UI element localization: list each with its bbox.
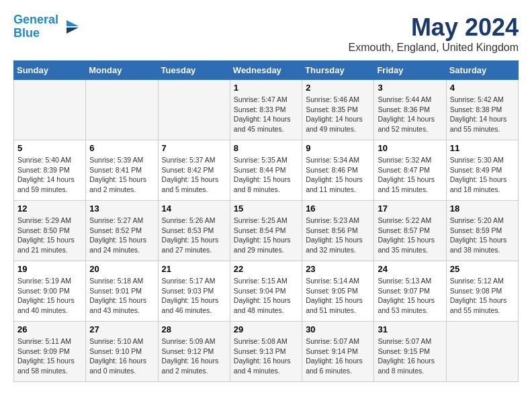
table-row: 6Sunrise: 5:39 AMSunset: 8:41 PMDaylight… bbox=[86, 140, 158, 201]
table-row: 21Sunrise: 5:17 AMSunset: 9:03 PMDayligh… bbox=[158, 261, 230, 322]
header-saturday: Saturday bbox=[446, 61, 518, 80]
table-row: 10Sunrise: 5:32 AMSunset: 8:47 PMDayligh… bbox=[374, 140, 446, 201]
table-row: 24Sunrise: 5:13 AMSunset: 9:07 PMDayligh… bbox=[374, 261, 446, 322]
day-number: 6 bbox=[89, 143, 154, 153]
day-number: 29 bbox=[234, 324, 298, 334]
day-number: 5 bbox=[17, 143, 82, 153]
day-info: Sunrise: 5:18 AMSunset: 9:01 PMDaylight:… bbox=[89, 276, 154, 316]
calendar-table: Sunday Monday Tuesday Wednesday Thursday… bbox=[13, 60, 519, 382]
day-info: Sunrise: 5:44 AMSunset: 8:36 PMDaylight:… bbox=[378, 95, 442, 134]
day-number: 25 bbox=[450, 264, 515, 274]
table-row: 3Sunrise: 5:44 AMSunset: 8:36 PMDaylight… bbox=[374, 80, 446, 140]
table-row: 16Sunrise: 5:23 AMSunset: 8:56 PMDayligh… bbox=[302, 201, 374, 261]
day-info: Sunrise: 5:11 AMSunset: 9:09 PMDaylight:… bbox=[17, 336, 82, 376]
title-area: May 2024 Exmouth, England, United Kingdo… bbox=[349, 13, 519, 54]
header-tuesday: Tuesday bbox=[158, 61, 230, 80]
day-info: Sunrise: 5:34 AMSunset: 8:46 PMDaylight:… bbox=[306, 155, 370, 195]
day-info: Sunrise: 5:42 AMSunset: 8:38 PMDaylight:… bbox=[450, 95, 515, 134]
day-info: Sunrise: 5:17 AMSunset: 9:03 PMDaylight:… bbox=[162, 276, 226, 316]
day-number: 12 bbox=[17, 203, 82, 214]
table-row: 28Sunrise: 5:09 AMSunset: 9:12 PMDayligh… bbox=[158, 322, 230, 382]
day-number: 4 bbox=[450, 83, 515, 93]
table-row: 2Sunrise: 5:46 AMSunset: 8:35 PMDaylight… bbox=[302, 80, 374, 140]
day-info: Sunrise: 5:47 AMSunset: 8:33 PMDaylight:… bbox=[234, 95, 298, 134]
day-info: Sunrise: 5:27 AMSunset: 8:52 PMDaylight:… bbox=[89, 216, 154, 255]
day-number: 1 bbox=[234, 83, 298, 93]
day-number: 16 bbox=[306, 203, 370, 214]
day-info: Sunrise: 5:35 AMSunset: 8:44 PMDaylight:… bbox=[234, 155, 298, 195]
table-row: 11Sunrise: 5:30 AMSunset: 8:49 PMDayligh… bbox=[446, 140, 518, 201]
header-friday: Friday bbox=[374, 61, 446, 80]
header-sunday: Sunday bbox=[14, 61, 86, 80]
day-info: Sunrise: 5:37 AMSunset: 8:42 PMDaylight:… bbox=[162, 155, 226, 195]
day-number: 9 bbox=[306, 143, 370, 153]
day-info: Sunrise: 5:40 AMSunset: 8:39 PMDaylight:… bbox=[17, 155, 82, 195]
day-number: 11 bbox=[450, 143, 515, 153]
table-row: 7Sunrise: 5:37 AMSunset: 8:42 PMDaylight… bbox=[158, 140, 230, 201]
day-info: Sunrise: 5:07 AMSunset: 9:15 PMDaylight:… bbox=[378, 336, 442, 376]
table-row bbox=[446, 322, 518, 382]
calendar-title: May 2024 bbox=[349, 13, 519, 42]
page-header: General Blue May 2024 Exmouth, England, … bbox=[13, 13, 519, 54]
day-number: 31 bbox=[378, 324, 442, 334]
table-row: 12Sunrise: 5:29 AMSunset: 8:50 PMDayligh… bbox=[14, 201, 86, 261]
day-number: 3 bbox=[378, 83, 442, 93]
day-info: Sunrise: 5:23 AMSunset: 8:56 PMDaylight:… bbox=[306, 216, 370, 255]
day-number: 26 bbox=[17, 324, 82, 334]
table-row: 20Sunrise: 5:18 AMSunset: 9:01 PMDayligh… bbox=[86, 261, 158, 322]
table-row: 4Sunrise: 5:42 AMSunset: 8:38 PMDaylight… bbox=[446, 80, 518, 140]
day-info: Sunrise: 5:30 AMSunset: 8:49 PMDaylight:… bbox=[450, 155, 515, 195]
day-number: 27 bbox=[89, 324, 154, 334]
day-number: 14 bbox=[162, 203, 226, 214]
table-row: 8Sunrise: 5:35 AMSunset: 8:44 PMDaylight… bbox=[230, 140, 302, 201]
day-info: Sunrise: 5:29 AMSunset: 8:50 PMDaylight:… bbox=[17, 216, 82, 255]
header-thursday: Thursday bbox=[302, 61, 374, 80]
table-row: 9Sunrise: 5:34 AMSunset: 8:46 PMDaylight… bbox=[302, 140, 374, 201]
table-row: 26Sunrise: 5:11 AMSunset: 9:09 PMDayligh… bbox=[14, 322, 86, 382]
table-row: 29Sunrise: 5:08 AMSunset: 9:13 PMDayligh… bbox=[230, 322, 302, 382]
calendar-header-row: Sunday Monday Tuesday Wednesday Thursday… bbox=[14, 61, 519, 80]
day-info: Sunrise: 5:09 AMSunset: 9:12 PMDaylight:… bbox=[162, 336, 226, 376]
day-number: 19 bbox=[17, 264, 82, 274]
day-info: Sunrise: 5:20 AMSunset: 8:59 PMDaylight:… bbox=[450, 216, 515, 255]
logo-text: General Blue bbox=[13, 13, 58, 40]
table-row: 17Sunrise: 5:22 AMSunset: 8:57 PMDayligh… bbox=[374, 201, 446, 261]
table-row: 19Sunrise: 5:19 AMSunset: 9:00 PMDayligh… bbox=[14, 261, 86, 322]
table-row: 5Sunrise: 5:40 AMSunset: 8:39 PMDaylight… bbox=[14, 140, 86, 201]
day-info: Sunrise: 5:08 AMSunset: 9:13 PMDaylight:… bbox=[234, 336, 298, 376]
day-number: 18 bbox=[450, 203, 515, 214]
calendar-week-row: 1Sunrise: 5:47 AMSunset: 8:33 PMDaylight… bbox=[14, 80, 519, 140]
calendar-week-row: 26Sunrise: 5:11 AMSunset: 9:09 PMDayligh… bbox=[14, 322, 519, 382]
table-row: 23Sunrise: 5:14 AMSunset: 9:05 PMDayligh… bbox=[302, 261, 374, 322]
table-row: 30Sunrise: 5:07 AMSunset: 9:14 PMDayligh… bbox=[302, 322, 374, 382]
day-info: Sunrise: 5:07 AMSunset: 9:14 PMDaylight:… bbox=[306, 336, 370, 376]
day-info: Sunrise: 5:25 AMSunset: 8:54 PMDaylight:… bbox=[234, 216, 298, 255]
day-number: 20 bbox=[89, 264, 154, 274]
table-row: 15Sunrise: 5:25 AMSunset: 8:54 PMDayligh… bbox=[230, 201, 302, 261]
day-number: 22 bbox=[234, 264, 298, 274]
table-row: 18Sunrise: 5:20 AMSunset: 8:59 PMDayligh… bbox=[446, 201, 518, 261]
day-number: 28 bbox=[162, 324, 226, 334]
day-number: 24 bbox=[378, 264, 442, 274]
day-number: 10 bbox=[378, 143, 442, 153]
svg-marker-1 bbox=[66, 28, 79, 34]
calendar-week-row: 12Sunrise: 5:29 AMSunset: 8:50 PMDayligh… bbox=[14, 201, 519, 261]
day-info: Sunrise: 5:13 AMSunset: 9:07 PMDaylight:… bbox=[378, 276, 442, 316]
day-info: Sunrise: 5:22 AMSunset: 8:57 PMDaylight:… bbox=[378, 216, 442, 255]
day-number: 15 bbox=[234, 203, 298, 214]
calendar-week-row: 5Sunrise: 5:40 AMSunset: 8:39 PMDaylight… bbox=[14, 140, 519, 201]
table-row: 31Sunrise: 5:07 AMSunset: 9:15 PMDayligh… bbox=[374, 322, 446, 382]
day-number: 23 bbox=[306, 264, 370, 274]
day-info: Sunrise: 5:32 AMSunset: 8:47 PMDaylight:… bbox=[378, 155, 442, 195]
day-info: Sunrise: 5:39 AMSunset: 8:41 PMDaylight:… bbox=[89, 155, 154, 195]
calendar-subtitle: Exmouth, England, United Kingdom bbox=[349, 42, 519, 54]
header-wednesday: Wednesday bbox=[230, 61, 302, 80]
svg-marker-0 bbox=[66, 20, 79, 26]
table-row: 25Sunrise: 5:12 AMSunset: 9:08 PMDayligh… bbox=[446, 261, 518, 322]
day-number: 30 bbox=[306, 324, 370, 334]
table-row: 1Sunrise: 5:47 AMSunset: 8:33 PMDaylight… bbox=[230, 80, 302, 140]
day-info: Sunrise: 5:26 AMSunset: 8:53 PMDaylight:… bbox=[162, 216, 226, 255]
table-row: 13Sunrise: 5:27 AMSunset: 8:52 PMDayligh… bbox=[86, 201, 158, 261]
calendar-week-row: 19Sunrise: 5:19 AMSunset: 9:00 PMDayligh… bbox=[14, 261, 519, 322]
day-info: Sunrise: 5:19 AMSunset: 9:00 PMDaylight:… bbox=[17, 276, 82, 316]
